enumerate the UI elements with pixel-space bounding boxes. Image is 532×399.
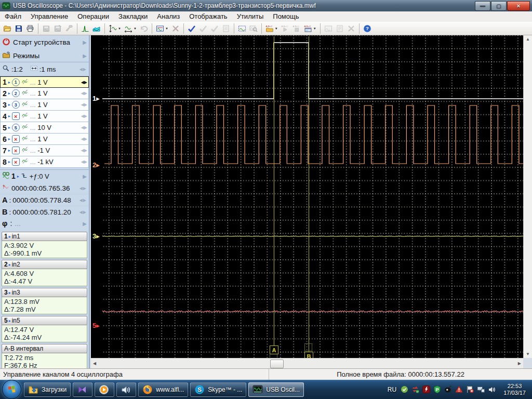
menu-item-6[interactable]: Утилиты xyxy=(232,11,269,22)
channel-stepper[interactable]: ◀▶ xyxy=(81,159,87,164)
menu-item-5[interactable]: Отображать xyxy=(184,11,232,22)
expand-arrow-icon[interactable]: ▶ xyxy=(83,174,87,179)
expand-arrow-icon[interactable]: ▶ xyxy=(83,39,87,45)
menu-item-4[interactable]: Анализ xyxy=(152,11,184,22)
menu-item-0[interactable]: Файл xyxy=(0,11,26,22)
channel-row-7[interactable]: 7▸×... -1 V◀▶ xyxy=(0,145,89,156)
sweep-stepper[interactable]: ◀▶ xyxy=(79,67,87,72)
scroll-left-icon[interactable]: ◀ xyxy=(93,361,96,366)
wave-coupling-icon[interactable] xyxy=(21,78,29,87)
tray-network-icon[interactable] xyxy=(477,385,485,394)
dropdown-arrow-icon[interactable]: ▼ xyxy=(275,27,278,30)
tray-protect-icon[interactable]: P xyxy=(433,385,442,394)
channel-badge[interactable]: 5 xyxy=(12,124,20,131)
cursor-b-handle[interactable] xyxy=(304,343,312,351)
channel-disabled-icon[interactable]: × xyxy=(12,158,20,166)
channel-stepper[interactable]: ◀▶ xyxy=(81,80,87,85)
tray-sync-icon[interactable] xyxy=(411,385,420,394)
dropdown-arrow-icon[interactable]: ▼ xyxy=(165,27,168,30)
close-button[interactable]: ✕ xyxy=(507,1,530,11)
dropdown-arrow-icon[interactable]: ▼ xyxy=(134,27,137,30)
language-indicator[interactable]: RU xyxy=(387,386,397,393)
taskbar-button-usb-oscilloscope[interactable]: USB Oscil... xyxy=(248,382,304,397)
phase-row[interactable]: φ: ... ▶ xyxy=(0,218,89,229)
time-position-row[interactable]: 0000:00:05.765.36 ◀▶ xyxy=(0,182,89,194)
cursor-a-line[interactable] xyxy=(274,36,274,345)
maximize-button[interactable]: ▢ xyxy=(491,1,507,11)
channel-disabled-icon[interactable]: × xyxy=(12,112,20,120)
tray-volume-tray-icon[interactable] xyxy=(488,385,496,394)
save-file-button[interactable] xyxy=(14,22,24,35)
channel-badge[interactable]: 1 xyxy=(12,78,20,86)
menu-item-3[interactable]: Закладки xyxy=(114,11,152,22)
trace-marker-3[interactable]: 3▸ xyxy=(92,232,100,240)
channel-row-1[interactable]: 1▸1... 1 V◀▶ xyxy=(0,76,89,88)
expand-arrow-icon[interactable]: ▶ xyxy=(83,221,87,227)
view-mode-button[interactable]: ▼ xyxy=(155,22,169,35)
tray-satellite-icon[interactable] xyxy=(444,385,453,394)
zoom-sweep-row[interactable]: :1:2 :1 ms ◀▶ xyxy=(0,62,89,76)
scroll-up-icon[interactable]: ▲ xyxy=(526,37,530,42)
channel-stepper[interactable]: ◀▶ xyxy=(81,114,87,118)
dropdown-arrow-icon[interactable]: ▼ xyxy=(313,27,316,30)
panel-header[interactable]: 1▸in1 xyxy=(2,232,87,241)
minimize-button[interactable]: — xyxy=(475,1,490,11)
channel-badge[interactable]: 3 xyxy=(12,101,20,109)
channel-badge[interactable]: 2 xyxy=(12,89,20,97)
abc-panel-button[interactable]: A:B+C▼ xyxy=(303,22,317,35)
expand-arrow-icon[interactable]: ▶ xyxy=(83,53,87,59)
panel-header[interactable]: 5▸in5 xyxy=(2,316,87,325)
wave-coupling-icon[interactable] xyxy=(21,100,29,109)
channel-row-2[interactable]: 2▸2... 1 V◀▶ xyxy=(0,88,89,99)
taskbar-button-firefox[interactable]: www.alfl... xyxy=(138,382,188,397)
zoom-vertical-button[interactable]: ▼ xyxy=(108,22,122,35)
channel-stepper[interactable]: ◀▶ xyxy=(81,148,87,153)
taskbar-button-skype[interactable]: SSkype™ - ... xyxy=(190,382,246,397)
time-stepper[interactable]: ◀▶ xyxy=(79,186,87,191)
wave-coupling-icon[interactable] xyxy=(21,135,29,143)
trace-marker-2[interactable]: 2▸ xyxy=(92,161,100,169)
cursor-b-stepper[interactable]: ◀▶ xyxy=(79,210,87,215)
dropdown-arrow-icon[interactable]: ▼ xyxy=(118,27,121,30)
channel-row-8[interactable]: 8▸×... -1 kV◀▶ xyxy=(0,156,89,168)
waveform-display[interactable]: 1▸2▸3▸5▸ AB xyxy=(91,35,523,358)
start-device-button[interactable]: Старт устройства ▶ xyxy=(0,35,89,49)
print-button[interactable] xyxy=(25,22,35,35)
vertical-scrollbar[interactable]: ▲ ▼ xyxy=(523,35,532,358)
scroll-down-icon[interactable]: ▼ xyxy=(526,352,530,356)
apply-check-button[interactable] xyxy=(187,22,197,35)
channel-row-4[interactable]: 4▸×... 1 V◀▶ xyxy=(0,111,89,122)
open-file-button[interactable] xyxy=(2,22,12,35)
start-button[interactable] xyxy=(2,380,21,399)
channel-row-5[interactable]: 5▸5... 10 V◀▶ xyxy=(0,122,89,134)
single-pulse-button[interactable] xyxy=(80,22,90,35)
channel-disabled-icon[interactable]: × xyxy=(12,147,20,154)
menu-item-2[interactable]: Операции xyxy=(73,11,114,22)
cursor-b-row[interactable]: B: 0000:00:05.781.20 ◀▶ xyxy=(0,206,89,218)
channel-stepper[interactable]: ◀▶ xyxy=(81,102,87,107)
cursor-b-label[interactable]: B xyxy=(304,352,313,358)
tray-alert-icon[interactable] xyxy=(455,385,463,394)
cursor-a-row[interactable]: A: 0000:00:05.778.48 ◀▶ xyxy=(0,194,89,206)
trace-marker-1[interactable]: 1▸ xyxy=(92,95,100,102)
help-button[interactable]: ? xyxy=(362,22,373,35)
trigger-row[interactable]: 1▸ +ƒ:0 V ▶ xyxy=(0,169,89,182)
wave-coupling-icon[interactable] xyxy=(21,89,29,98)
channel-row-3[interactable]: 3▸3... 1 V◀▶ xyxy=(0,99,89,111)
tray-action-center-icon[interactable] xyxy=(466,385,474,394)
channel-disabled-icon[interactable]: × xyxy=(12,135,20,143)
channel-stepper[interactable]: ◀▶ xyxy=(81,91,87,96)
wave-edit-button[interactable] xyxy=(91,22,102,35)
taskbar-button-media-player[interactable] xyxy=(95,382,114,397)
wave-coupling-icon[interactable] xyxy=(21,123,29,132)
wave-coupling-icon[interactable] xyxy=(21,146,29,155)
cursor-a-label[interactable]: A xyxy=(270,345,278,354)
channel-row-6[interactable]: 6▸×... 1 V◀▶ xyxy=(0,134,89,145)
taskbar-button-volume-mixer[interactable] xyxy=(116,382,136,397)
abc-open-button[interactable]: A:B+C▼ xyxy=(264,22,279,35)
menu-item-7[interactable]: Помощь xyxy=(268,11,303,22)
cursor-b-line[interactable] xyxy=(309,36,309,352)
select-region-button[interactable] xyxy=(237,22,247,35)
title-bar[interactable]: USB Oscilloscope - C:\Users\Администрато… xyxy=(0,0,532,11)
taskbar-button-downloads[interactable]: Загрузки xyxy=(24,382,71,397)
